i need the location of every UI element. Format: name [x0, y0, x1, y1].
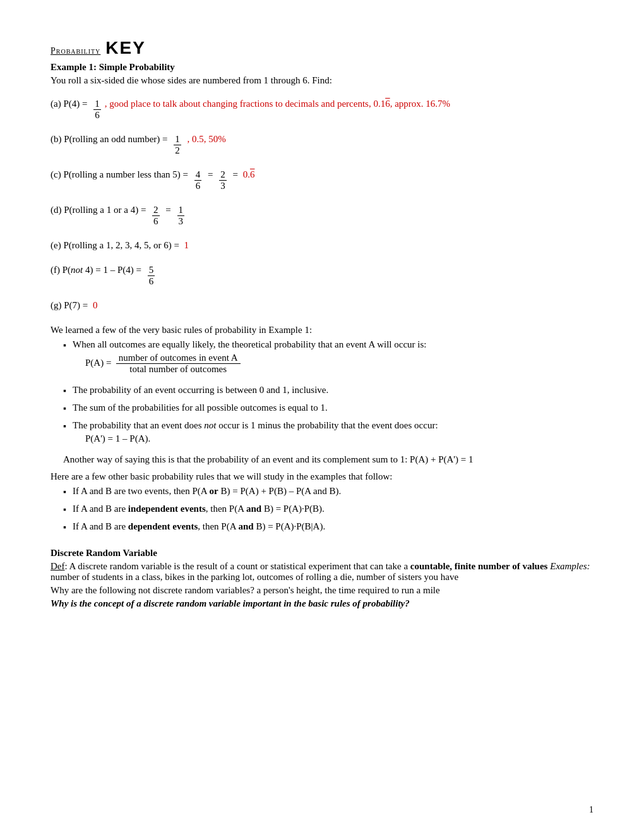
part-b-red: , 0.5, 50%	[185, 134, 226, 145]
drv-question: Why is the concept of a discrete random …	[51, 598, 593, 609]
bullet-4-text: The probability that an event does not o…	[73, 420, 438, 430]
pa-formula: P(A) = number of outcomes in event A tot…	[85, 353, 427, 375]
part-e-result: 1	[184, 240, 189, 251]
example1-title: Example 1: Simple Probability	[51, 62, 593, 73]
bullet-7-text: If A and B are dependent events, then P(…	[73, 521, 325, 532]
drv-title: Discrete Random Variable	[51, 548, 593, 559]
part-d: (d) P(rolling a 1 or a 4) = 2 6 = 1 3	[51, 205, 593, 226]
part-a-label: (a) P(4) =	[51, 99, 90, 109]
bullet-1-text: When all outcomes are equally likely, th…	[73, 339, 427, 349]
bullet-7: If A and B are dependent events, then P(…	[51, 521, 593, 533]
bullet-3: The sum of the probabilities for all pos…	[51, 402, 593, 414]
drv-definition: Def: A discrete random variable is the r…	[51, 561, 593, 583]
part-e: (e) P(rolling a 1, 2, 3, 4, 5, or 6) = 1	[51, 240, 593, 251]
key-label: KEY	[105, 38, 146, 58]
page-title: Probability KEY	[51, 38, 593, 58]
rules-intro: We learned a few of the very basic rules…	[51, 325, 593, 335]
part-g-result: 0	[93, 300, 98, 311]
pa-fraction: number of outcomes in event A total numb…	[116, 353, 241, 375]
rules-section: We learned a few of the very basic rules…	[51, 325, 593, 533]
bullet-1: When all outcomes are equally likely, th…	[51, 339, 593, 378]
part-f: (f) P(not 4) = 1 – P(4) = 5 6	[51, 265, 593, 286]
bullet-2-text: The probability of an event occurring is…	[73, 385, 328, 396]
page-number: 1	[589, 805, 593, 815]
pa-prime-formula: P(A') = 1 – P(A).	[85, 433, 438, 444]
bullet-4: The probability that an event does not o…	[51, 420, 593, 448]
part-c-fraction1: 4 6	[194, 169, 202, 191]
bullet-3-text: The sum of the probabilities for all pos…	[73, 402, 328, 413]
complement-note: Another way of saying this is that the p…	[63, 454, 593, 465]
example1-intro: You roll a six-sided die whose sides are…	[51, 75, 593, 86]
part-b-fraction: 1 2	[174, 134, 181, 155]
bullet-5: If A and B are two events, then P(A or B…	[51, 486, 593, 497]
part-c-label: (c) P(rolling a number less than 5) =	[51, 169, 191, 180]
part-c-result: 0.6	[243, 169, 255, 180]
drv-def-label: Def	[51, 561, 65, 571]
more-rules-intro: Here are a few other basic probability r…	[51, 471, 593, 482]
part-d-fraction2: 1 3	[177, 205, 185, 226]
bullet-2: The probability of an event occurring is…	[51, 385, 593, 396]
part-a: (a) P(4) = 1 6 , good place to talk abou…	[51, 99, 593, 120]
bullet-list-1: When all outcomes are equally likely, th…	[51, 339, 593, 448]
bullet-5-text: If A and B are two events, then P(A or B…	[73, 486, 341, 497]
part-d-fraction1: 2 6	[152, 205, 160, 226]
part-b: (b) P(rolling an odd number) = 1 2 , 0.5…	[51, 134, 593, 155]
part-g-label: (g) P(7) =	[51, 300, 90, 311]
part-g: (g) P(7) = 0	[51, 300, 593, 311]
part-a-text-red: , good place to talk about changing frac…	[105, 99, 450, 109]
bullet-6: If A and B are independent events, then …	[51, 504, 593, 515]
part-c: (c) P(rolling a number less than 5) = 4 …	[51, 169, 593, 191]
part-a-fraction: 1 6	[93, 99, 101, 120]
part-f-fraction: 5 6	[148, 265, 155, 286]
drv-section: Discrete Random Variable Def: A discrete…	[51, 548, 593, 609]
part-e-label: (e) P(rolling a 1, 2, 3, 4, 5, or 6) =	[51, 240, 182, 251]
probability-label: Probability	[51, 46, 100, 56]
part-b-label: (b) P(rolling an odd number) =	[51, 134, 170, 145]
bullet-6-text: If A and B are independent events, then …	[73, 504, 325, 514]
drv-why: Why are the following not discrete rando…	[51, 585, 593, 596]
part-f-label: (f) P(not 4) = 1 – P(4) =	[51, 265, 144, 275]
part-d-label: (d) P(rolling a 1 or a 4) =	[51, 205, 148, 215]
bullet-list-2: If A and B are two events, then P(A or B…	[51, 486, 593, 533]
part-c-fraction2: 2 3	[219, 169, 227, 191]
